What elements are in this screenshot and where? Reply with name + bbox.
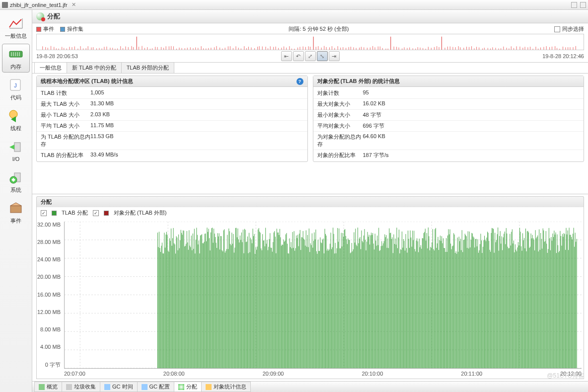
sidebar: 一般信息 内存 J 代码 线程 I/O 系统 <box>0 10 32 392</box>
btab-alloc[interactable]: 分配 <box>174 382 202 392</box>
stat-row: TLAB 的分配比率33.49 MB/s <box>37 150 307 160</box>
series1-checkbox[interactable]: ✓ <box>41 210 47 216</box>
sidebar-label: 系统 <box>10 186 21 194</box>
stat-row: TLAB 计数1,005 <box>37 88 307 98</box>
stat-value: 48 字节 <box>363 111 580 119</box>
tab-outside-tlab[interactable]: TLAB 外部的分配 <box>121 62 175 73</box>
stat-label: 最小对象大小 <box>317 111 363 119</box>
stats-row: 线程本地分配缓冲区 (TLAB) 统计信息? TLAB 计数1,005最大 TL… <box>32 74 588 164</box>
timeline-chart[interactable] <box>36 34 584 50</box>
events-legend-label: 事件 <box>43 25 54 33</box>
stat-row: 最小 TLAB 大小2.03 KB <box>37 109 307 120</box>
sync-checkbox[interactable] <box>554 26 560 32</box>
app-window: zhibi_jfr_online_test1.jfr ✕ 一般信息 内存 J 代… <box>0 0 588 392</box>
sidebar-item-general[interactable]: 一般信息 <box>2 13 30 42</box>
stat-value: 95 <box>363 89 580 97</box>
main-content: 分配 事件 操作集 间隔: 5 分钟 52 秒 (全部) 同步选择 19-8-2… <box>32 10 588 392</box>
timeline-start: 19-8-28 20:06:53 <box>36 53 78 59</box>
stat-value: 31.30 MB <box>90 100 303 108</box>
window-title: zhibi_jfr_online_test1.jfr <box>10 2 68 8</box>
system-icon <box>8 169 24 185</box>
btab-gctime[interactable]: GC 时间 <box>100 382 138 392</box>
btab-gc[interactable]: 垃圾收集 <box>62 382 100 392</box>
trash-icon <box>66 384 72 390</box>
btab-objstats[interactable]: 对象统计信息 <box>201 382 251 392</box>
events-panel: 事件 操作集 间隔: 5 分钟 52 秒 (全部) 同步选择 19-8-28 2… <box>32 23 588 63</box>
sidebar-label: 代码 <box>10 94 21 101</box>
tlab-stats-panel: 线程本地分配缓冲区 (TLAB) 统计信息? TLAB 计数1,005最大 TL… <box>36 76 308 162</box>
stat-label: 最大 TLAB 大小 <box>41 100 90 108</box>
svg-marker-16 <box>10 203 21 206</box>
sidebar-item-threads[interactable]: 线程 <box>2 105 30 134</box>
tab-new-tlab[interactable]: 新 TLAB 中的分配 <box>67 62 122 73</box>
svg-marker-11 <box>9 145 14 150</box>
btab-overview[interactable]: 概览 <box>34 382 62 392</box>
series2-checkbox[interactable]: ✓ <box>93 210 99 216</box>
help-icon[interactable]: ? <box>296 78 303 85</box>
stat-row: 平均对象大小696 字节 <box>313 120 584 131</box>
sync-label: 同步选择 <box>562 25 584 33</box>
btab-gcconf[interactable]: GC 配置 <box>137 382 175 392</box>
stat-label: 对象的分配比率 <box>317 152 363 159</box>
stat-label: 为 TLAB 分配的总内存 <box>41 133 90 148</box>
stat-row: 最小对象大小48 字节 <box>313 109 584 120</box>
code-icon: J <box>8 77 24 93</box>
allocation-chart[interactable]: 32.00 MB28.00 MB24.00 MB20.00 MB16.00 MB… <box>36 219 584 379</box>
sidebar-item-events[interactable]: 事件 <box>2 198 30 227</box>
stat-value: 11.53 GB <box>90 133 303 148</box>
series2-label: 对象分配 (TLAB 外部) <box>114 209 167 217</box>
panel-title: 线程本地分配缓冲区 (TLAB) 统计信息 <box>41 78 133 85</box>
svg-rect-10 <box>14 143 20 152</box>
alloc-title: 分配 <box>36 196 584 207</box>
nav-zoom-fit-button[interactable]: ⤡ <box>317 51 328 61</box>
tab-general[interactable]: 一般信息 <box>34 62 67 73</box>
stat-value: 187 字节/s <box>363 152 580 159</box>
app-icon <box>2 2 8 8</box>
sidebar-item-system[interactable]: 系统 <box>2 167 30 196</box>
stat-label: 最大对象大小 <box>317 100 363 108</box>
nav-first-button[interactable]: ⇤ <box>281 51 292 61</box>
stat-row: 为 TLAB 分配的总内存11.53 GB <box>37 131 307 150</box>
nav-prev-button[interactable]: ↶ <box>293 51 304 61</box>
allocation-icon <box>36 12 44 20</box>
stat-value: 1,005 <box>90 89 303 97</box>
stat-label: 平均 TLAB 大小 <box>41 122 90 130</box>
nav-next-button[interactable]: ⇥ <box>329 51 340 61</box>
stat-value: 2.03 KB <box>90 111 303 119</box>
stat-label: 对象计数 <box>317 89 363 97</box>
stat-row: 最大 TLAB 大小31.30 MB <box>37 98 307 109</box>
stat-value: 696 字节 <box>363 122 580 130</box>
chart-icon <box>8 15 24 31</box>
opset-color-icon <box>60 27 65 32</box>
timeline-end: 19-8-28 20:12:46 <box>542 53 584 59</box>
stat-row: 为对象分配的总内存64.60 KB <box>313 131 584 150</box>
sidebar-item-code[interactable]: J 代码 <box>2 75 30 103</box>
minimize-button[interactable] <box>571 2 577 8</box>
stat-label: 为对象分配的总内存 <box>317 133 363 148</box>
stat-label: 最小 TLAB 大小 <box>41 111 90 119</box>
svg-text:J: J <box>14 82 17 88</box>
sidebar-label: 线程 <box>10 125 21 132</box>
nav-zoom-out-button[interactable]: ⤢ <box>305 51 316 61</box>
bottom-tabs: 概览 垃圾收集 GC 时间 GC 配置 分配 对象统计信息 <box>32 381 588 392</box>
stat-value: 11.75 MB <box>90 122 303 130</box>
series1-color-icon <box>52 211 57 216</box>
series2-color-icon <box>104 211 109 216</box>
io-icon <box>8 139 24 155</box>
sidebar-item-io[interactable]: I/O <box>2 136 30 165</box>
subtabs: 一般信息 新 TLAB 中的分配 TLAB 外部的分配 <box>32 63 588 74</box>
threads-icon <box>8 108 24 124</box>
close-x[interactable]: ✕ <box>70 1 78 8</box>
stat-value: 64.60 KB <box>363 133 580 148</box>
clock-icon <box>104 384 110 390</box>
stat-row: 对象计数95 <box>313 88 584 98</box>
maximize-button[interactable] <box>580 2 586 8</box>
sidebar-item-memory[interactable]: 内存 <box>2 44 30 73</box>
interval-label: 间隔: 5 分钟 52 秒 (全部) <box>289 25 349 33</box>
stat-row: 最大对象大小16.02 KB <box>313 98 584 109</box>
sidebar-label: 一般信息 <box>5 32 27 40</box>
panel-title: 对象分配 (TLAB 外部) 的统计信息 <box>317 78 400 85</box>
objstats-icon <box>206 384 212 390</box>
titlebar: zhibi_jfr_online_test1.jfr ✕ <box>0 0 588 10</box>
stat-label: TLAB 计数 <box>41 89 90 97</box>
